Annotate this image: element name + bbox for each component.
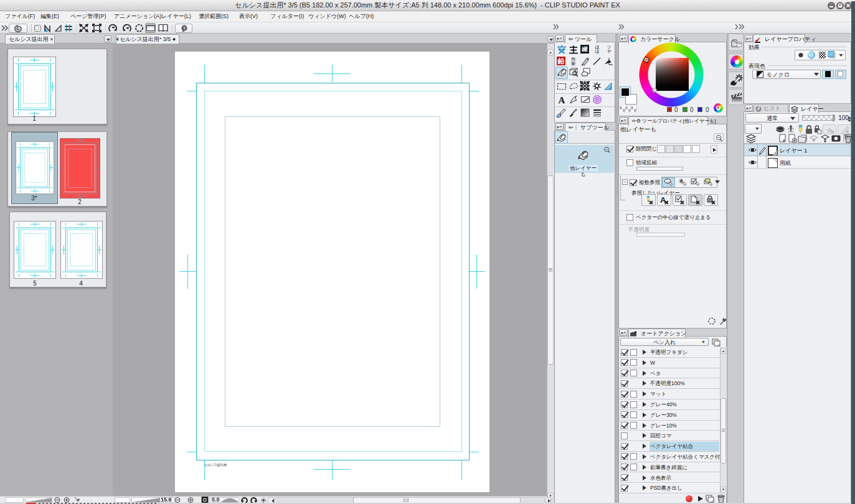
svg-text:?: ? (183, 26, 186, 31)
